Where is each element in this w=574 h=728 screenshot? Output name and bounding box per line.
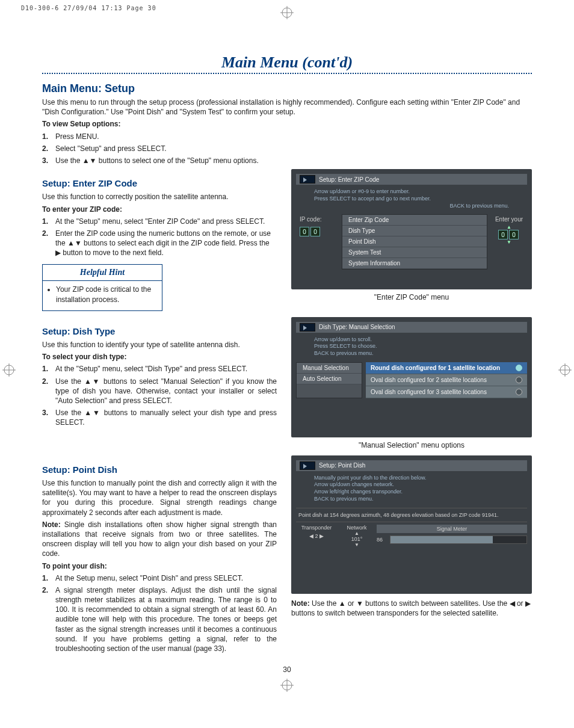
dish-intro: Use this function to identify your type …	[42, 340, 277, 350]
section-heading-main: Main Menu: Setup	[42, 82, 532, 95]
zip-intro: Use this function to correctly position …	[42, 192, 277, 202]
page-title: Main Menu (cont'd)	[42, 54, 532, 72]
point-heading: Setup: Point Dish	[42, 464, 277, 476]
zip-label: To enter your ZIP code:	[42, 205, 122, 214]
point-screenshot: Setup: Point Dish Manually point your di…	[291, 455, 532, 594]
view-setup-label: To view Setup options:	[42, 120, 120, 128]
zip-screenshot: Setup: Enter ZIP Code Arrow up/down or #…	[291, 169, 532, 289]
point-steps: 1.At the Setup menu, select "Point Dish"…	[42, 573, 277, 654]
below-note-label: Note:	[291, 599, 310, 608]
point-label: To point your dish:	[42, 562, 107, 570]
directv-logo-icon	[300, 461, 315, 470]
dish-caption: "Manual Selection" menu options	[291, 441, 532, 449]
zip-caption: "Enter ZIP Code" menu	[291, 293, 532, 301]
point-note-label: Note:	[42, 520, 61, 529]
point-intro: Use this function to manually point the …	[42, 478, 277, 517]
helpful-hint-box: Helpful Hint Your ZIP code is critical t…	[42, 264, 162, 311]
radio-selected-icon	[516, 365, 522, 371]
dish-steps: 1.At the "Setup" menu, select "Dish Type…	[42, 364, 277, 427]
main-steps: 1.Press MENU. 2.Select "Setup" and press…	[42, 132, 532, 166]
main-intro: Use this menu to run through the setup p…	[42, 97, 532, 117]
hint-body: Your ZIP code is critical to the install…	[56, 285, 156, 304]
dish-screenshot: Dish Type: Manual Selection Arrow up/dow…	[291, 317, 532, 437]
zip-steps: 1.At the "Setup" menu, select "Enter ZIP…	[42, 217, 277, 258]
radio-icon	[516, 389, 522, 395]
dish-heading: Setup: Dish Type	[42, 325, 277, 338]
directv-logo-icon	[300, 323, 315, 332]
point-note-body: Single dish installations often show hig…	[42, 520, 277, 558]
page-number: 30	[42, 665, 532, 674]
zip-heading: Setup: Enter ZIP Code	[42, 177, 277, 190]
registration-mark-bottom	[280, 679, 294, 694]
signal-meter-bar	[390, 535, 527, 544]
dotted-rule	[42, 73, 532, 74]
directv-logo-icon	[300, 175, 315, 184]
hint-title: Helpful Hint	[43, 265, 162, 282]
below-note: Use the ▲ or ▼ buttons to switch between…	[291, 599, 531, 617]
radio-icon	[516, 377, 522, 383]
dish-label: To select your dish type:	[42, 353, 126, 361]
